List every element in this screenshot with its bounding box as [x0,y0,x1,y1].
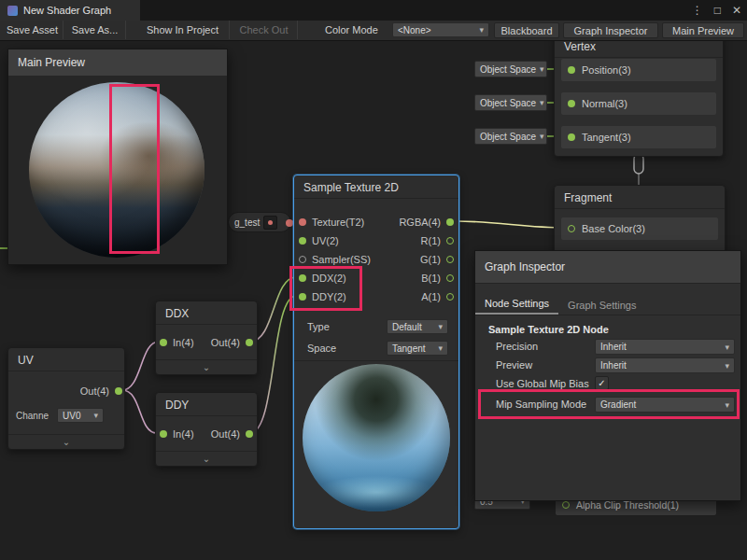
input-port-sampler[interactable]: Sampler(SS) [299,252,371,267]
port-dot-icon[interactable] [246,430,253,438]
input-port-ddx[interactable]: DDX(2) [299,271,346,286]
document-tab[interactable]: New Shader Graph [0,0,140,21]
dropdown-arrow-icon: ▾ [540,64,544,74]
port-dot-icon[interactable] [299,293,306,301]
more-menu-button[interactable]: ⋮ [692,4,703,17]
port-dot-icon[interactable] [446,256,454,263]
precision-dropdown[interactable]: Inherit ▾ [595,339,735,355]
sample-node-title: Sample Texture 2D [294,175,458,199]
vertex-port-normal[interactable]: Normal(3) [561,92,716,115]
save-as-button[interactable]: Save As... [64,21,126,39]
port-dot-icon[interactable] [568,225,575,232]
space-dropdown[interactable]: Tangent ▾ [387,341,448,356]
output-port-b[interactable]: B(1) [421,271,454,286]
port-label: B(1) [421,273,441,284]
port-dot-icon[interactable] [568,66,575,74]
wire-uv-to-ddy[interactable] [122,390,157,433]
port-dot-icon[interactable] [562,501,570,509]
input-port-ddy[interactable]: DDY(2) [299,289,346,304]
property-label: g_test [234,217,260,228]
tab-node-settings[interactable]: Node Settings [475,295,558,315]
port-dot-icon[interactable] [160,430,167,438]
port-label: G(1) [420,254,441,265]
port-dot-icon[interactable] [299,237,306,245]
port-dot-icon[interactable] [115,387,122,395]
uv-node-title: UV [8,348,124,371]
dropdown-arrow-icon: ▾ [479,25,484,35]
vertex-node[interactable]: Vertex Position(3) Normal(3) Tangent(3) [554,34,724,157]
tab-graph-settings[interactable]: Graph Settings [558,297,645,315]
type-dropdown[interactable]: Default ▾ [387,319,448,334]
preview-dropdown[interactable]: Inherit ▾ [595,357,735,373]
ddy-out-port[interactable]: Out(4) [211,427,253,441]
fragment-port-basecolor[interactable]: Base Color(3) [561,217,718,240]
main-preview-title[interactable]: Main Preview [8,49,227,77]
graph-inspector-toggle-button[interactable]: Graph Inspector [563,22,658,38]
ddx-node[interactable]: DDX In(4) Out(4) ⌄ [155,301,258,375]
port-dot-icon[interactable] [446,218,454,226]
input-port-texture[interactable]: Texture(T2) [299,215,364,230]
ddy-in-port[interactable]: In(4) [160,427,194,441]
color-mode-dropdown[interactable]: <None> ▾ [392,22,489,37]
sample-texture-2d-node[interactable]: Sample Texture 2D Texture(T2) UV(2) Samp… [293,175,459,529]
port-dot-icon[interactable] [446,274,454,282]
channel-dropdown[interactable]: UV0 ▾ [57,408,104,423]
output-port-r[interactable]: R(1) [421,233,454,248]
ddx-out-port[interactable]: Out(4) [211,335,253,350]
port-dot-icon[interactable] [568,100,575,107]
ddy-node[interactable]: DDY In(4) Out(4) ⌄ [155,392,258,467]
ddy-collapse-button[interactable]: ⌄ [156,451,257,466]
save-asset-button[interactable]: Save Asset [2,21,63,39]
port-dot-icon[interactable] [299,256,306,263]
main-preview-toggle-button[interactable]: Main Preview [662,22,744,38]
texture-object-field[interactable] [263,216,277,230]
port-dot-icon[interactable] [568,133,575,141]
property-output-port[interactable] [286,219,293,227]
port-label: Position(3) [582,64,631,76]
port-dot-icon[interactable] [299,274,306,282]
dropdown-value: Default [392,322,422,332]
port-dot-icon[interactable] [299,218,306,226]
ddy-node-title: DDY [156,393,257,416]
port-dot-icon[interactable] [160,339,167,346]
global-mip-bias-checkbox[interactable]: ✓ [595,376,609,390]
port-dot-icon[interactable] [246,339,253,346]
tangent-space-dropdown[interactable]: Object Space ▾ [474,128,547,145]
wire-rgba-to-basecolor[interactable] [456,221,566,228]
port-label: DDY(2) [312,291,346,302]
vertex-port-position[interactable]: Position(3) [561,59,716,81]
graph-inspector-panel[interactable]: Graph Inspector Node Settings Graph Sett… [474,250,741,501]
output-port-g[interactable]: G(1) [420,252,454,267]
port-label: Tangent(3) [582,132,631,143]
port-label: Normal(3) [582,98,627,109]
node-divider [294,360,458,361]
graph-inspector-title[interactable]: Graph Inspector [475,251,740,284]
uv-collapse-button[interactable]: ⌄ [8,434,124,449]
uv-node[interactable]: UV Out(4) Channe UV0 ▾ ⌄ [7,347,125,450]
wire-uv-to-ddx[interactable] [122,342,159,390]
precision-label: Precision [496,341,538,352]
maximize-button[interactable]: □ [714,4,721,17]
show-in-project-button[interactable]: Show In Project [136,21,230,39]
input-port-uv[interactable]: UV(2) [299,233,339,248]
uv-out-port[interactable]: Out(4) [80,384,122,399]
mip-sampling-mode-dropdown[interactable]: Gradient ▾ [595,397,735,413]
main-preview-panel[interactable]: Main Preview [7,49,228,265]
global-mip-bias-label: Use Global Mip Bias [496,378,589,389]
vertex-port-tangent[interactable]: Tangent(3) [561,126,716,148]
ddx-in-port[interactable]: In(4) [160,335,194,350]
space-label: Space [307,343,336,354]
normal-space-dropdown[interactable]: Object Space ▾ [474,94,547,111]
output-port-rgba[interactable]: RGBA(4) [399,215,454,230]
dropdown-value: <None> [398,25,431,35]
type-label: Type [307,321,330,332]
property-node-g-test[interactable]: g_test [228,212,291,232]
ddx-collapse-button[interactable]: ⌄ [156,359,257,374]
position-space-dropdown[interactable]: Object Space ▾ [474,61,547,77]
port-label: UV(2) [312,235,339,246]
port-dot-icon[interactable] [446,237,454,245]
output-port-a[interactable]: A(1) [421,289,454,304]
close-button[interactable]: ✕ [732,4,741,17]
port-dot-icon[interactable] [446,293,454,301]
blackboard-toggle-button[interactable]: Blackboard [494,22,559,38]
